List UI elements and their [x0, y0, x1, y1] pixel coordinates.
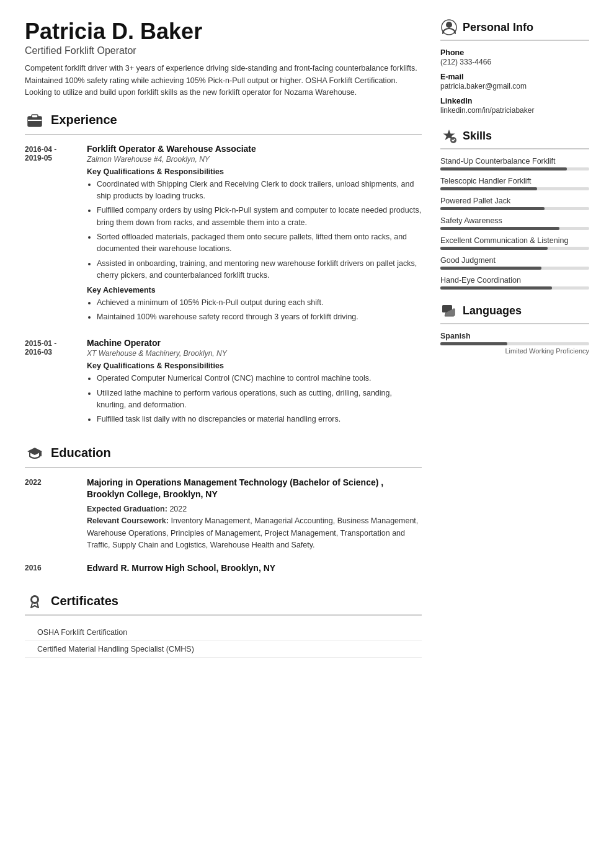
experience-date-2: 2015-01 -2016-03 — [25, 338, 74, 430]
email-block: E-mail patricia.baker@gmail.com — [440, 73, 589, 91]
candidate-name: Patricia D. Baker — [25, 19, 422, 44]
skill-bar-fill-4 — [440, 247, 548, 250]
job-title-2: Machine Operator — [87, 338, 422, 348]
left-column: Patricia D. Baker Certified Forklift Ope… — [25, 19, 422, 849]
skill-bar-fill-3 — [440, 227, 559, 230]
skill-bar-bg-4 — [440, 247, 589, 250]
skill-name-6: Hand-Eye Coordination — [440, 276, 589, 285]
skill-item-1: Telescopic Handler Forklift — [440, 177, 589, 190]
experience-heading: Experience — [51, 113, 117, 127]
education-date-1: 2022 — [25, 477, 74, 552]
lang-level-0: Limited Working Proficiency — [440, 347, 589, 355]
lang-bar-bg-0 — [440, 342, 589, 345]
education-section-header: Education — [25, 443, 422, 468]
skill-bar-bg-3 — [440, 227, 589, 230]
skill-bar-fill-2 — [440, 207, 545, 210]
qualifications-list-2: Operated Computer Numerical Control (CNC… — [87, 373, 422, 426]
certificates-icon — [25, 591, 45, 611]
edu-coursework-1: Relevant Coursework: Inventory Managemen… — [87, 515, 422, 551]
experience-section: Experience 2016-04 -2019-05 Forklift Ope… — [25, 110, 422, 430]
qualifications-heading-2: Key Qualifications & Responsibilities — [87, 361, 422, 370]
experience-date-1: 2016-04 -2019-05 — [25, 144, 74, 327]
linkedin-label: LinkedIn — [440, 97, 589, 105]
skill-name-1: Telescopic Handler Forklift — [440, 177, 589, 185]
education-entry-2: 2016 Edward R. Murrow High School, Brook… — [25, 562, 422, 577]
education-section: Education 2022 Majoring in Operations Ma… — [25, 443, 422, 577]
achievement-item: Achieved a minimum of 105% Pick-n-Pull o… — [97, 297, 422, 309]
certificates-heading: Certificates — [51, 594, 118, 608]
skills-header: Skills — [440, 127, 589, 149]
languages-header: Languages — [440, 302, 589, 324]
linkedin-block: LinkedIn linkedin.com/in/patriciabaker — [440, 97, 589, 115]
skill-name-3: Safety Awareness — [440, 216, 589, 225]
qualifications-heading-1: Key Qualifications & Responsibilities — [87, 167, 422, 176]
qual-item: Fulfilled task list daily with no discre… — [97, 414, 422, 425]
svg-point-6 — [32, 597, 37, 602]
experience-icon — [25, 110, 45, 130]
qual-item: Sorted offloaded materials, packaged the… — [97, 231, 422, 255]
education-heading: Education — [51, 446, 111, 460]
language-item-0: Spanish Limited Working Proficiency — [440, 332, 589, 355]
qual-item: Coordinated with Shipping Clerk and Rece… — [97, 179, 422, 203]
qual-item: Fulfilled company orders by using Pick-n… — [97, 205, 422, 229]
education-icon — [25, 443, 45, 463]
personal-info-section: Personal Info Phone (212) 333-4466 E-mai… — [440, 19, 589, 115]
skill-item-6: Hand-Eye Coordination — [440, 276, 589, 290]
languages-section: Languages Spanish Limited Working Profic… — [440, 302, 589, 355]
svg-rect-2 — [32, 115, 38, 118]
lang-bar-fill-0 — [440, 342, 507, 345]
experience-entry-1: 2016-04 -2019-05 Forklift Operator & War… — [25, 144, 422, 327]
edu-title-2: Edward R. Murrow High School, Brooklyn, … — [87, 562, 422, 575]
skill-bar-fill-0 — [440, 167, 567, 170]
skill-item-0: Stand-Up Counterbalance Forklift — [440, 157, 589, 170]
skill-bar-bg-1 — [440, 187, 589, 190]
skills-icon — [440, 127, 458, 144]
phone-label: Phone — [440, 48, 589, 57]
languages-icon — [440, 302, 458, 319]
linkedin-value: linkedin.com/in/patriciabaker — [440, 106, 589, 115]
edu-graduation-1: Expected Graduation: 2022 — [87, 503, 422, 515]
cert-item-2: Certified Material Handling Specialist (… — [25, 641, 422, 658]
qual-item: Utilized lathe machine to perform variou… — [97, 388, 422, 412]
edu-title-1: Majoring in Operations Management Techno… — [87, 477, 422, 501]
resume-header: Patricia D. Baker Certified Forklift Ope… — [25, 19, 422, 99]
skill-item-4: Excellent Communication & Listening — [440, 236, 589, 250]
job-title-1: Forklift Operator & Warehouse Associate — [87, 144, 422, 154]
candidate-title: Certified Forklift Operator — [25, 45, 422, 56]
experience-section-header: Experience — [25, 110, 422, 135]
company-2: XT Warehouse & Machinery, Brooklyn, NY — [87, 349, 422, 358]
education-date-2: 2016 — [25, 562, 74, 577]
skill-bar-fill-5 — [440, 267, 541, 270]
skill-name-4: Excellent Communication & Listening — [440, 236, 589, 245]
skill-bar-bg-5 — [440, 267, 589, 270]
skills-section: Skills Stand-Up Counterbalance Forklift … — [440, 127, 589, 290]
phone-value: (212) 333-4466 — [440, 58, 589, 66]
education-entry-1: 2022 Majoring in Operations Management T… — [25, 477, 422, 552]
cert-item-1: OSHA Forklift Certification — [25, 624, 422, 641]
skill-bar-bg-6 — [440, 286, 589, 290]
achievement-item: Maintained 100% warehouse safety record … — [97, 311, 422, 323]
experience-content-2: Machine Operator XT Warehouse & Machiner… — [87, 338, 422, 430]
resume-container: Patricia D. Baker Certified Forklift Ope… — [0, 0, 614, 868]
company-1: Zalmon Warehouse #4, Brooklyn, NY — [87, 155, 422, 164]
qualifications-list-1: Coordinated with Shipping Clerk and Rece… — [87, 179, 422, 282]
skill-item-5: Good Judgment — [440, 256, 589, 270]
skill-bar-fill-1 — [440, 187, 537, 190]
qual-item: Operated Computer Numerical Control (CNC… — [97, 373, 422, 384]
achievements-heading-1: Key Achievements — [87, 286, 422, 294]
education-content-1: Majoring in Operations Management Techno… — [87, 477, 422, 552]
personal-info-heading: Personal Info — [463, 21, 533, 34]
skill-item-2: Powered Pallet Jack — [440, 197, 589, 210]
lang-name-0: Spanish — [440, 332, 589, 340]
skill-bar-fill-6 — [440, 286, 552, 290]
personal-info-header: Personal Info — [440, 19, 589, 41]
svg-rect-3 — [28, 120, 42, 121]
svg-point-7 — [446, 22, 452, 28]
certificates-section: Certificates OSHA Forklift Certification… — [25, 591, 422, 658]
skill-name-0: Stand-Up Counterbalance Forklift — [440, 157, 589, 166]
skill-name-5: Good Judgment — [440, 256, 589, 265]
email-value: patricia.baker@gmail.com — [440, 82, 589, 91]
skill-item-3: Safety Awareness — [440, 216, 589, 230]
languages-heading: Languages — [463, 304, 522, 317]
skills-heading: Skills — [463, 130, 492, 143]
